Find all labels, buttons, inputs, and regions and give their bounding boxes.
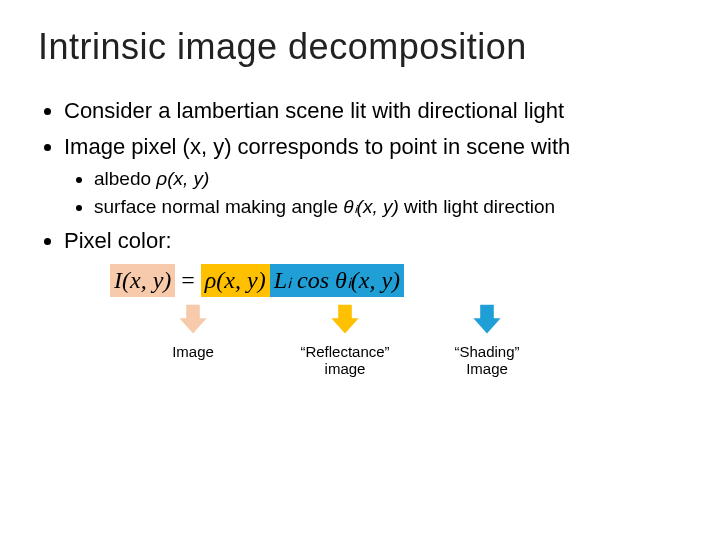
label-reflectance: “Reflectance” image [290,343,400,377]
arrow-down-icon [470,303,504,337]
sub-bullet-normal: surface normal making angle θᵢ(x, y) wit… [94,193,682,221]
labels-row: Image “Reflectance” image “Shading” Imag… [38,343,682,393]
label-reflectance-line2: image [290,360,400,377]
bullet-3: Pixel color: [64,226,682,256]
label-shading-line2: Image [432,360,542,377]
bullet-1: Consider a lambertian scene lit with dir… [64,96,682,126]
albedo-math: ρ(x, y) [156,168,209,189]
page-title: Intrinsic image decomposition [38,26,682,68]
label-shading-line1: “Shading” [432,343,542,360]
label-reflectance-line1: “Reflectance” [290,343,400,360]
pixel-color-formula: I(x, y)=ρ(x, y)Lᵢ cos θᵢ(x, y) [110,264,682,297]
formula-reflectance: ρ(x, y) [201,264,270,297]
sub-bullet-list: albedo ρ(x, y) surface normal making ang… [64,165,682,220]
normal-math: θᵢ(x, y) [343,196,399,217]
normal-prefix: surface normal making angle [94,196,343,217]
label-image: Image [138,343,248,360]
formula-equals: = [175,267,201,293]
label-image-text: Image [138,343,248,360]
bullet-2-text: Image pixel (x, y) corresponds to point … [64,134,570,159]
formula-lhs: I(x, y) [110,264,175,297]
sub-bullet-albedo: albedo ρ(x, y) [94,165,682,193]
label-shading: “Shading” Image [432,343,542,377]
arrow-down-icon [328,303,362,337]
slide: Intrinsic image decomposition Consider a… [0,0,720,393]
arrows-row [38,303,682,343]
formula-shading: Lᵢ cos θᵢ(x, y) [270,264,404,297]
arrow-down-icon [176,303,210,337]
albedo-prefix: albedo [94,168,156,189]
bullet-list: Consider a lambertian scene lit with dir… [38,96,682,256]
normal-suffix: with light direction [399,196,555,217]
bullet-2: Image pixel (x, y) corresponds to point … [64,132,682,221]
